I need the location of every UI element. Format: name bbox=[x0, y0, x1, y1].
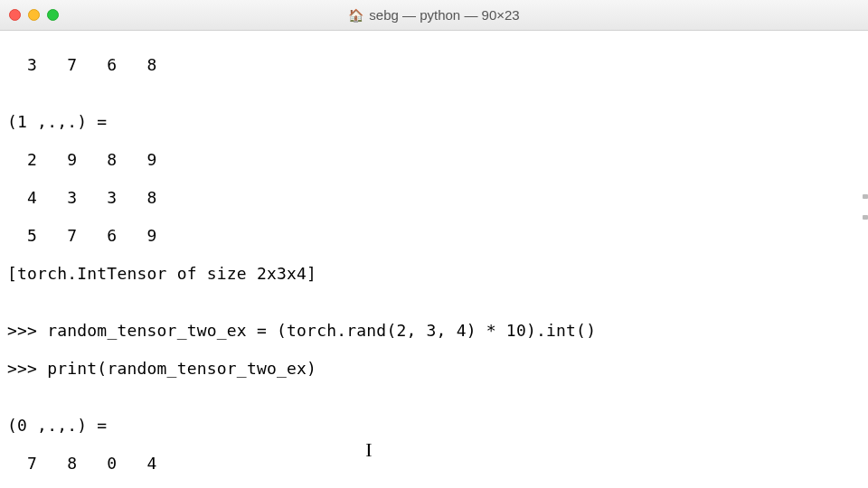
maximize-button[interactable] bbox=[47, 9, 59, 21]
scroll-mark bbox=[863, 215, 868, 220]
minimize-button[interactable] bbox=[28, 9, 40, 21]
output-line: 2 9 8 9 bbox=[7, 150, 861, 169]
prompt-marker: >>> bbox=[7, 321, 47, 340]
output-line: 4 3 3 8 bbox=[7, 188, 861, 207]
output-line: 7 8 0 4 bbox=[7, 454, 861, 473]
output-line: (1 ,.,.) = bbox=[7, 112, 861, 131]
scroll-mark bbox=[863, 194, 868, 199]
output-line: (0 ,.,.) = bbox=[7, 416, 861, 435]
window-titlebar: 🏠 sebg — python — 90×23 bbox=[0, 0, 868, 31]
output-line: 5 7 6 9 bbox=[7, 226, 861, 245]
code-text: random_tensor_two_ex = (torch.rand(2, 3,… bbox=[47, 321, 596, 340]
window-title-text: sebg — python — 90×23 bbox=[369, 7, 519, 23]
output-line: [torch.IntTensor of size 2x3x4] bbox=[7, 264, 861, 283]
home-icon: 🏠 bbox=[348, 8, 363, 23]
terminal-content[interactable]: 3 7 6 8 (1 ,.,.) = 2 9 8 9 4 3 3 8 5 7 6… bbox=[0, 31, 868, 488]
scrollbar-marks bbox=[863, 194, 868, 236]
window-controls bbox=[9, 9, 59, 21]
output-line: 3 7 6 8 bbox=[7, 55, 861, 74]
prompt-marker: >>> bbox=[7, 359, 47, 378]
close-button[interactable] bbox=[9, 9, 21, 21]
window-title: 🏠 sebg — python — 90×23 bbox=[0, 7, 868, 23]
repl-line: >>> random_tensor_two_ex = (torch.rand(2… bbox=[7, 321, 861, 340]
repl-line: >>> print(random_tensor_two_ex) bbox=[7, 359, 861, 378]
code-text: print(random_tensor_two_ex) bbox=[47, 359, 316, 378]
